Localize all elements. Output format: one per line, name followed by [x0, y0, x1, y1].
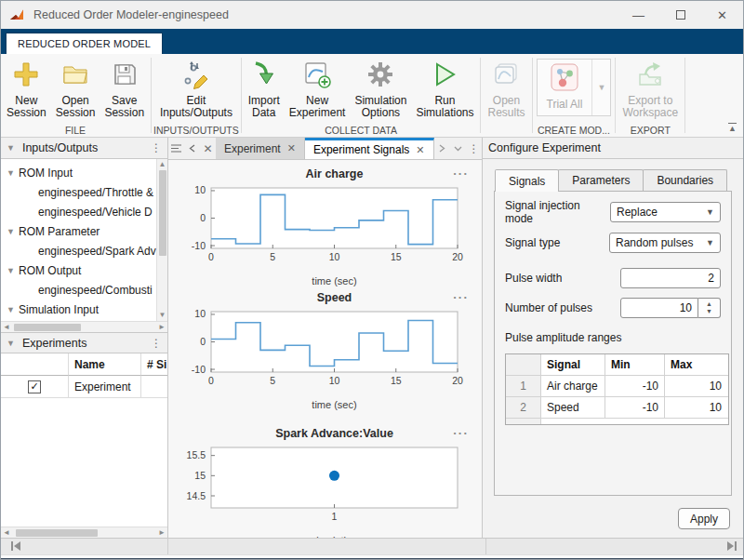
tab-experiment-signals[interactable]: Experiment Signals✕	[305, 138, 434, 159]
scrollbar-thumb[interactable]	[16, 529, 98, 537]
chevron-right-icon[interactable]	[434, 138, 450, 159]
scroll-left-icon[interactable]: ◄	[1, 323, 12, 331]
min-cell[interactable]: -10	[605, 397, 665, 418]
scroll-left-icon[interactable]: ◄	[1, 528, 12, 537]
close-tab-icon[interactable]: ✕	[287, 142, 296, 154]
open-results-button[interactable]: Open Results	[483, 56, 529, 119]
max-cell[interactable]: 10	[665, 397, 727, 418]
group-separator	[684, 58, 685, 133]
signal-injection-mode-dropdown[interactable]: Replace ▼	[610, 202, 721, 222]
folder-icon	[60, 60, 90, 92]
collapse-arrow-icon[interactable]: ▼	[7, 143, 15, 153]
collapse-right-panel-button[interactable]	[726, 540, 737, 553]
scrollbar-thumb[interactable]	[14, 324, 81, 331]
svg-text:10: 10	[329, 375, 340, 386]
tree-item-simulation-input[interactable]: ▼Simulation Input	[1, 300, 167, 319]
export-to-workspace-label: Export to Workspace	[622, 95, 678, 119]
bottom-bar	[1, 538, 743, 554]
document-area: ✕ Experiment✕ Experiment Signals✕ ⋮	[168, 138, 482, 538]
scroll-up-icon[interactable]: ▲	[159, 159, 166, 170]
simulation-options-button[interactable]: Simulation Options	[350, 56, 411, 119]
apply-button[interactable]: Apply	[678, 508, 730, 529]
expand-arrow-icon[interactable]: ▼	[7, 305, 19, 314]
column-header-select	[1, 353, 69, 376]
svg-text:0: 0	[208, 251, 214, 262]
kebab-menu-icon[interactable]: ⋮	[151, 141, 162, 154]
scroll-right-icon[interactable]: ►	[156, 528, 167, 537]
column-header-num-simulations: # Si	[141, 353, 167, 376]
experiment-checkbox[interactable]: ✓	[28, 380, 41, 393]
open-session-label: Open Session	[56, 95, 96, 119]
tab-parameters[interactable]: Parameters	[558, 169, 644, 191]
experiment-num-cell[interactable]	[141, 376, 167, 397]
chart-options-button[interactable]: ...	[453, 423, 469, 437]
experiments-table: Name # Si ✓ Experiment	[1, 353, 167, 527]
experiments-horizontal-scrollbar[interactable]: ◄ ►	[1, 527, 167, 538]
tree-item-rom-input[interactable]: ▼ROM Input	[1, 163, 167, 182]
chevron-down-icon: ▼	[706, 207, 714, 217]
scrollbar-thumb[interactable]	[159, 170, 166, 256]
inputs-outputs-tree: ▼ROM Input enginespeed/Throttle & engine…	[1, 159, 167, 321]
close-button[interactable]: ✕	[701, 1, 743, 29]
group-inputs-outputs: Edit Inputs/Outputs INPUTS/OUTPUTS	[153, 54, 240, 137]
tree-item-vehicle[interactable]: enginespeed/Vehicle D	[1, 202, 167, 221]
svg-text:1: 1	[332, 511, 338, 522]
min-cell[interactable]: -10	[605, 376, 665, 396]
signal-charts: Air charge ... 05101520-10010 time (sec)…	[168, 160, 482, 538]
max-cell[interactable]: 10	[665, 376, 727, 396]
tab-signals[interactable]: Signals	[495, 169, 559, 192]
plus-icon	[11, 60, 41, 92]
export-to-workspace-button[interactable]: Export to Workspace	[618, 56, 683, 119]
tree-vertical-scrollbar[interactable]: ▲ ▼	[156, 159, 167, 321]
column-header-min: Min	[605, 354, 665, 375]
expand-arrow-icon[interactable]: ▼	[7, 266, 19, 275]
trial-all-dropdown[interactable]: ▼	[591, 60, 610, 115]
kebab-menu-icon[interactable]: ⋮	[466, 138, 482, 159]
expand-arrow-icon[interactable]: ▼	[7, 227, 19, 236]
collapse-ribbon-button[interactable]: ▲	[728, 123, 737, 133]
trial-all-button[interactable]: Trial All ▼	[537, 59, 612, 116]
tree-item-throttle[interactable]: enginespeed/Throttle &	[1, 182, 167, 202]
chevron-down-icon[interactable]	[450, 138, 466, 159]
chart-options-button[interactable]: ...	[453, 287, 469, 301]
kebab-menu-icon[interactable]: ⋮	[151, 337, 162, 350]
new-experiment-button[interactable]: New Experiment	[285, 56, 351, 119]
tree-item-rom-output[interactable]: ▼ROM Output	[1, 260, 167, 280]
chevron-left-icon[interactable]	[184, 138, 200, 159]
scroll-down-icon[interactable]: ▼	[159, 310, 166, 321]
number-of-pulses-input[interactable]	[620, 298, 698, 318]
close-icon[interactable]: ✕	[200, 138, 216, 159]
tab-boundaries[interactable]: Boundaries	[643, 169, 727, 191]
tree-item-spark-advance[interactable]: enginespeed/Spark Adv	[1, 241, 167, 260]
spinner-stepper[interactable]: ▲▼	[698, 298, 721, 318]
scroll-right-icon[interactable]: ►	[156, 323, 167, 331]
new-session-label: New Session	[7, 95, 46, 119]
svg-text:15: 15	[391, 375, 402, 386]
minimize-button[interactable]: —	[618, 1, 659, 29]
experiment-name-cell[interactable]: Experiment	[69, 376, 141, 397]
tree-horizontal-scrollbar[interactable]: ◄ ►	[1, 321, 167, 332]
import-data-button[interactable]: Import Data	[244, 56, 285, 119]
maximize-button[interactable]	[659, 1, 701, 29]
tree-item-combustion[interactable]: enginespeed/Combusti	[1, 280, 167, 300]
save-session-button[interactable]: Save Session	[100, 56, 149, 119]
run-simulations-button[interactable]: Run Simulations	[411, 56, 478, 119]
x-axis-label: time (sec)	[211, 399, 458, 412]
new-session-button[interactable]: New Session	[2, 56, 51, 119]
chart-options-button[interactable]: ...	[453, 164, 469, 178]
tab-experiment[interactable]: Experiment✕	[216, 138, 305, 159]
edit-inputs-outputs-button[interactable]: Edit Inputs/Outputs	[155, 56, 237, 119]
row-number: 2	[506, 397, 541, 418]
new-experiment-icon	[302, 60, 332, 92]
expand-arrow-icon[interactable]: ▼	[7, 168, 19, 178]
collapse-left-panel-button[interactable]	[10, 540, 21, 553]
tree-item-rom-parameter[interactable]: ▼ROM Parameter	[1, 221, 167, 241]
svg-text:5: 5	[270, 375, 275, 386]
collapse-arrow-icon[interactable]: ▼	[7, 339, 15, 348]
tab-list-icon[interactable]	[168, 138, 184, 159]
close-tab-icon[interactable]: ✕	[416, 144, 424, 156]
tab-reduced-order-model[interactable]: REDUCED ORDER MODEL	[6, 33, 163, 54]
pulse-width-input[interactable]	[620, 268, 721, 288]
signal-type-dropdown[interactable]: Random pulses ▼	[609, 233, 721, 253]
open-session-button[interactable]: Open Session	[51, 56, 100, 119]
